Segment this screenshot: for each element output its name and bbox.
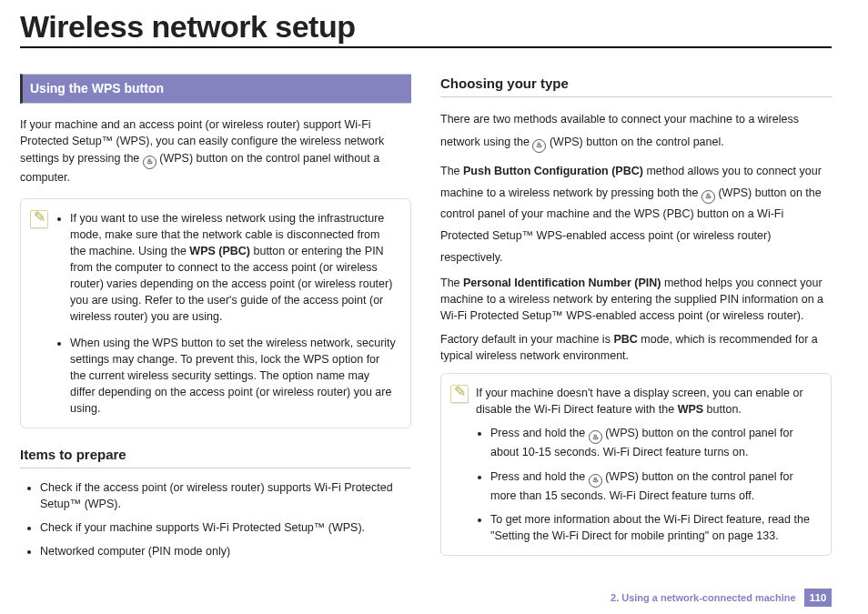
subheading-items-prepare: Items to prepare bbox=[20, 445, 411, 468]
content-columns: Using the WPS button If your machine and… bbox=[20, 74, 832, 572]
document-page: Wireless network setup Using the WPS but… bbox=[0, 0, 868, 614]
text: The bbox=[440, 165, 463, 177]
text-bold: WPS (PBC) bbox=[189, 245, 250, 257]
note-intro-paragraph: If your machine doesn't have a display s… bbox=[476, 385, 818, 418]
choosing-paragraph-3: The Personal Identification Number (PIN)… bbox=[440, 275, 832, 324]
text: button. bbox=[707, 403, 742, 416]
text: Press and hold the bbox=[490, 427, 589, 439]
note-icon bbox=[450, 385, 469, 403]
section-header-wps-button: Using the WPS button bbox=[20, 74, 411, 104]
text-bold: Personal Identification Number (PIN) bbox=[463, 277, 661, 289]
text: Factory default in your machine is bbox=[440, 333, 613, 346]
items-body: Check if the access point (or wireless r… bbox=[20, 479, 411, 560]
left-column: Using the WPS button If your machine and… bbox=[20, 74, 411, 572]
note-list: Press and hold the (WPS) button on the c… bbox=[476, 425, 818, 544]
list-item: When using the WPS button to set the wir… bbox=[70, 335, 398, 418]
text: Press and hold the bbox=[490, 470, 589, 483]
list-item: If you want to use the wireless network … bbox=[70, 210, 398, 326]
text: If your machine doesn't have a display s… bbox=[476, 387, 803, 416]
list-item: To get more information about the Wi-Fi … bbox=[490, 511, 818, 544]
wps-icon bbox=[701, 190, 715, 204]
list-item: Check if your machine supports Wi-Fi Pro… bbox=[40, 519, 411, 536]
text-bold: WPS bbox=[678, 403, 703, 416]
list-item: Networked computer (PIN mode only) bbox=[40, 543, 411, 559]
page-footer: 2. Using a network-connected machine 110 bbox=[611, 589, 832, 607]
text: (WPS) button on the control panel. bbox=[550, 136, 724, 148]
note-box-wifi-direct: If your machine doesn't have a display s… bbox=[440, 373, 832, 556]
page-title: Wireless network setup bbox=[20, 9, 832, 48]
right-column: Choosing your type There are two methods… bbox=[440, 74, 832, 572]
chapter-label: 2. Using a network-connected machine bbox=[611, 592, 796, 603]
wps-icon bbox=[143, 156, 156, 169]
note-box-wps: If you want to use the wireless network … bbox=[20, 198, 411, 429]
wps-icon bbox=[532, 139, 546, 153]
choosing-paragraph-4: Factory default in your machine is PBC m… bbox=[440, 331, 832, 364]
page-number-badge: 110 bbox=[804, 589, 832, 607]
text-bold: PBC bbox=[613, 333, 637, 346]
subheading-choosing-type: Choosing your type bbox=[440, 74, 832, 97]
list-item: Press and hold the (WPS) button on the c… bbox=[490, 425, 818, 460]
text: The bbox=[440, 277, 463, 289]
choosing-paragraph-1: There are two methods available to conne… bbox=[440, 108, 832, 154]
note-icon bbox=[30, 210, 48, 228]
wps-icon bbox=[589, 430, 602, 444]
wps-intro-paragraph: If your machine and an access point (or … bbox=[20, 116, 411, 185]
wps-icon bbox=[589, 474, 602, 488]
text-bold: Push Button Configuration (PBC) bbox=[463, 165, 643, 177]
choosing-paragraph-2: The Push Button Configuration (PBC) meth… bbox=[440, 161, 832, 269]
list-item: Check if the access point (or wireless r… bbox=[40, 479, 411, 512]
items-list: Check if the access point (or wireless r… bbox=[25, 479, 411, 560]
note-list: If you want to use the wireless network … bbox=[56, 210, 398, 418]
list-item: Press and hold the (WPS) button on the c… bbox=[490, 468, 818, 504]
